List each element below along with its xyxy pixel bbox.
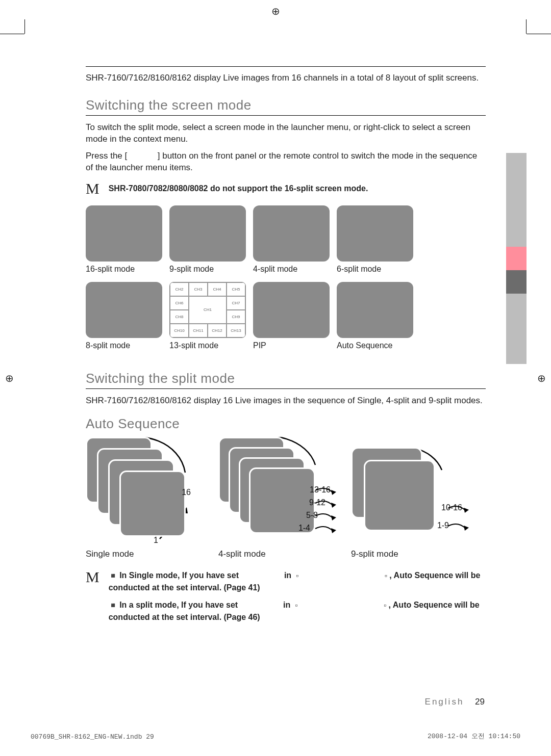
seq-number: 1-4 [298, 524, 310, 533]
seq-single: 16 1 Single mode [86, 437, 188, 559]
text-fragment: in [283, 601, 290, 609]
text-fragment: In Single mode, If you have set [119, 571, 239, 580]
page-number: 29 [475, 697, 485, 707]
grid-cell: CH7 [227, 296, 245, 310]
page-content: SHR-7160/7162/8160/8162 display Live ima… [24, 34, 527, 722]
note-line: ◾ In Single mode, If you have set in ▫ ▫… [109, 569, 486, 594]
thumb-4split [253, 205, 330, 262]
menu-path-icon: ▫ [384, 601, 386, 609]
menu-path-icon: ▫ [295, 601, 297, 609]
mode-label: 16-split mode [86, 265, 162, 274]
thumb-autoseq [337, 282, 413, 338]
mode-cell-8split: 8-split mode [86, 282, 162, 355]
mode-cell-13split: CH2 CH3 CH4 CH5 CH6 CH1 CH7 CH8 CH9 CH10… [169, 282, 246, 355]
mode-label: 8-split mode [86, 341, 162, 350]
seq-4split: 13-16 9-12 5-8 1-4 4-split mode [218, 437, 320, 559]
svg-marker-9 [464, 526, 469, 531]
seq-label: 4-split mode [218, 549, 266, 559]
mode-cell-9split: 9-split mode [169, 205, 246, 279]
grid-cell: CH11 [189, 324, 208, 337]
grid-cell: CH6 [170, 296, 189, 310]
note-block: M ◾ In Single mode, If you have set in ▫… [86, 569, 486, 623]
text-fragment: In a split mode, If you have set [119, 601, 238, 609]
body-text: Press the [ ] button on the front panel … [86, 150, 486, 174]
svg-marker-3 [331, 490, 336, 495]
registration-mark-icon: ⊕ [271, 5, 280, 17]
mode-cell-6split: 6-split mode [337, 205, 413, 279]
menu-path-icon: ▫ [385, 571, 387, 580]
section-heading-screen-mode: Switching the screen mode [86, 97, 486, 113]
registration-mark-icon: ⊕ [5, 372, 14, 384]
note-text: SHR-7080/7082/8080/8082 do not support t… [109, 181, 368, 193]
mode-label: 13-split mode [169, 341, 246, 350]
thumb-6split [337, 205, 413, 262]
svg-marker-5 [331, 515, 336, 520]
split-mode-grid: 16-split mode 9-split mode 4-split mode … [86, 205, 486, 355]
bullet-icon: ◾ [109, 571, 117, 580]
print-footer-left: 00769B_SHR-8162_ENG-NEW.indb 29 [31, 733, 154, 741]
grid-cell: CH12 [208, 324, 227, 337]
mode-label: 9-split mode [169, 265, 246, 274]
note-block: M SHR-7080/7082/8080/8082 do not support… [86, 181, 486, 196]
rule [86, 388, 486, 389]
stack-four: 13-16 9-12 5-8 1-4 [218, 437, 320, 544]
bullet-icon: ◾ [109, 601, 117, 609]
mode-cell-16split: 16-split mode [86, 205, 162, 279]
print-footer-right: 2008-12-04 오전 10:14:50 [428, 732, 520, 741]
crop-mark [24, 19, 25, 34]
thumb-16split [86, 205, 162, 262]
svg-marker-8 [464, 508, 469, 513]
grid-cell: CH4 [208, 282, 227, 296]
grid-cell: CH2 [170, 282, 189, 296]
grid-cell: CH5 [227, 282, 245, 296]
note-list: ◾ In Single mode, If you have set in ▫ ▫… [109, 569, 486, 623]
crop-mark [527, 34, 551, 34]
grid-cell: CH10 [170, 324, 189, 337]
grid-cell: CH8 [170, 310, 189, 324]
mode-cell-autoseq: Auto Sequence [337, 282, 413, 355]
mode-cell-4split: 4-split mode [253, 205, 330, 279]
svg-marker-4 [331, 503, 336, 508]
mode-label: 6-split mode [337, 265, 413, 274]
page-footer: English 29 [425, 697, 485, 707]
crop-mark [526, 19, 527, 34]
mode-label: Auto Sequence [337, 341, 413, 350]
card [119, 471, 186, 537]
menu-path-icon: ▫ [296, 571, 298, 580]
svg-marker-6 [331, 528, 336, 533]
auto-sequence-diagrams: 16 1 Single mode 13-16 9-12 5-8 1-4 [86, 437, 486, 559]
rule [86, 66, 486, 67]
seq-number: 1 [154, 536, 158, 545]
section-heading-split-mode: Switching the split mode [86, 371, 486, 386]
section-heading-auto-sequence: Auto Sequence [86, 416, 486, 432]
step-arrows-icon [445, 501, 476, 536]
footer-language: English [425, 697, 464, 707]
mode-cell-pip: PIP [253, 282, 330, 355]
grid-cell-main: CH1 [189, 296, 227, 324]
card [364, 460, 435, 531]
text-fragment: in [284, 571, 291, 580]
thumb-13split: CH2 CH3 CH4 CH5 CH6 CH1 CH7 CH8 CH9 CH10… [169, 282, 246, 338]
mode-label: 4-split mode [253, 265, 330, 274]
thumb-8split [86, 282, 162, 338]
intro-text: SHR-7160/7162/8160/8162 display Live ima… [86, 73, 486, 83]
grid-13: CH2 CH3 CH4 CH5 CH6 CH1 CH7 CH8 CH9 CH10… [170, 282, 245, 337]
stack-nine: 10-16 1-9 [351, 447, 448, 544]
rule [86, 115, 486, 116]
text-fragment: Press the [ [86, 151, 127, 161]
stack-single: 16 1 [86, 437, 188, 544]
note-icon: M [86, 569, 99, 585]
step-arrows-icon [313, 483, 343, 539]
text-fragment: ] button on the front panel or the remot… [86, 151, 477, 172]
seq-label: 9-split mode [351, 549, 398, 559]
seq-9split: 10-16 1-9 9-split mode [351, 447, 448, 559]
body-text: To switch the split mode, select a scree… [86, 122, 486, 145]
registration-mark-icon: ⊕ [537, 372, 546, 384]
seq-number: 16 [182, 488, 191, 497]
grid-cell: CH9 [227, 310, 245, 324]
note-icon: M [86, 181, 99, 196]
crop-mark [0, 34, 24, 34]
thumb-9split [169, 205, 246, 262]
note-line: ◾ In a split mode, If you have set in ▫ … [109, 599, 486, 623]
thumb-pip [253, 282, 330, 338]
